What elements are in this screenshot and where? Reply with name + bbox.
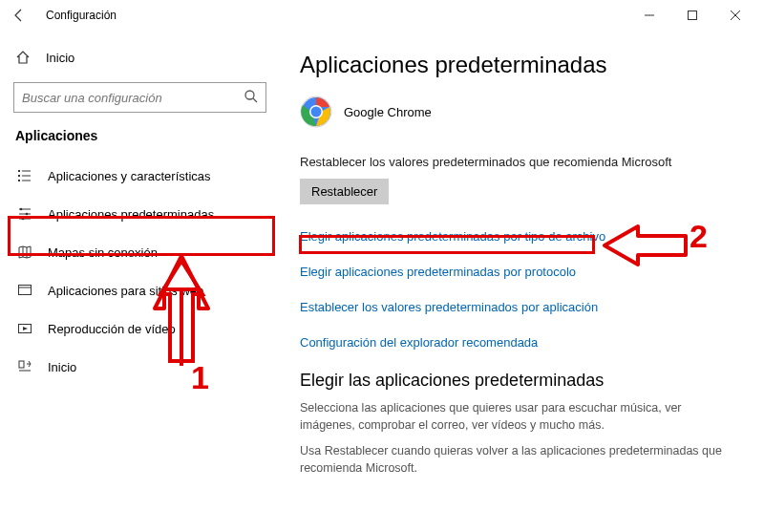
svg-rect-21: [19, 361, 24, 368]
default-browser-row[interactable]: Google Chrome: [300, 96, 735, 128]
svg-point-26: [311, 107, 322, 117]
sidebar-item-apps-websites[interactable]: Aplicaciones para sitios web: [13, 271, 266, 309]
link-recommended-browser[interactable]: Configuración del explorador recomendada: [300, 335, 735, 350]
close-button[interactable]: [713, 1, 756, 30]
list-icon: [15, 168, 34, 183]
sub-heading: Elegir las aplicaciones predeterminadas: [300, 371, 735, 391]
svg-rect-18: [19, 286, 32, 295]
sidebar-item-label: Mapas sin conexión: [48, 245, 158, 260]
sidebar-item-label: Aplicaciones para sitios web: [48, 284, 203, 298]
sidebar-item-offline-maps[interactable]: Mapas sin conexión: [13, 233, 266, 271]
link-choose-by-protocol[interactable]: Elegir aplicaciones predeterminadas por …: [300, 265, 735, 279]
sidebar-item-apps-features[interactable]: Aplicaciones y características: [13, 157, 266, 195]
search-wrap: [13, 82, 266, 113]
video-icon: [15, 321, 34, 336]
website-icon: [15, 283, 34, 298]
reset-button[interactable]: Restablecer: [300, 179, 389, 204]
link-set-by-app[interactable]: Establecer los valores predeterminados p…: [300, 300, 735, 314]
page-title: Aplicaciones predeterminadas: [300, 52, 735, 78]
chrome-icon: [300, 96, 332, 128]
svg-rect-8: [18, 180, 20, 181]
back-button[interactable]: [8, 4, 31, 27]
home-label: Inicio: [46, 51, 74, 65]
titlebar: Configuración: [0, 0, 764, 31]
svg-rect-6: [18, 175, 20, 177]
startup-icon: [15, 359, 34, 374]
svg-rect-1: [688, 11, 696, 20]
sidebar: Inicio Aplicaciones Aplicaciones y carac…: [0, 31, 277, 532]
link-choose-by-filetype[interactable]: Elegir aplicaciones predeterminadas por …: [300, 229, 735, 244]
svg-line-3: [253, 98, 257, 102]
sidebar-item-startup[interactable]: Inicio: [13, 348, 266, 386]
svg-point-15: [22, 218, 25, 221]
window-title: Configuración: [46, 9, 117, 22]
svg-rect-4: [18, 170, 20, 172]
map-icon: [15, 245, 34, 260]
svg-point-2: [245, 91, 254, 99]
search-input[interactable]: [13, 82, 266, 113]
sidebar-item-video-playback[interactable]: Reproducción de vídeo: [13, 309, 266, 348]
sidebar-item-label: Inicio: [48, 360, 76, 374]
sidebar-item-label: Aplicaciones y características: [48, 169, 211, 183]
sidebar-item-label: Reproducción de vídeo: [48, 322, 176, 336]
sidebar-section-title: Aplicaciones: [15, 128, 266, 143]
home-icon: [13, 50, 32, 65]
home-nav[interactable]: Inicio: [13, 40, 266, 74]
main-content: Aplicaciones predeterminadas Google Chro…: [277, 31, 764, 532]
sidebar-item-default-apps[interactable]: Aplicaciones predeterminadas: [13, 195, 266, 233]
paragraph-2: Usa Restablecer cuando quieras volver a …: [300, 443, 735, 477]
search-icon: [244, 89, 259, 107]
paragraph-1: Selecciona las aplicaciones que quieres …: [300, 400, 735, 434]
defaults-icon: [15, 206, 34, 222]
window-controls: [627, 1, 756, 30]
default-browser-name: Google Chrome: [344, 105, 432, 119]
minimize-button[interactable]: [627, 1, 670, 30]
svg-point-14: [26, 213, 29, 216]
sidebar-item-label: Aplicaciones predeterminadas: [48, 207, 214, 222]
maximize-button[interactable]: [670, 1, 713, 30]
reset-description: Restablecer los valores predeterminados …: [300, 155, 735, 169]
svg-point-13: [20, 208, 23, 211]
